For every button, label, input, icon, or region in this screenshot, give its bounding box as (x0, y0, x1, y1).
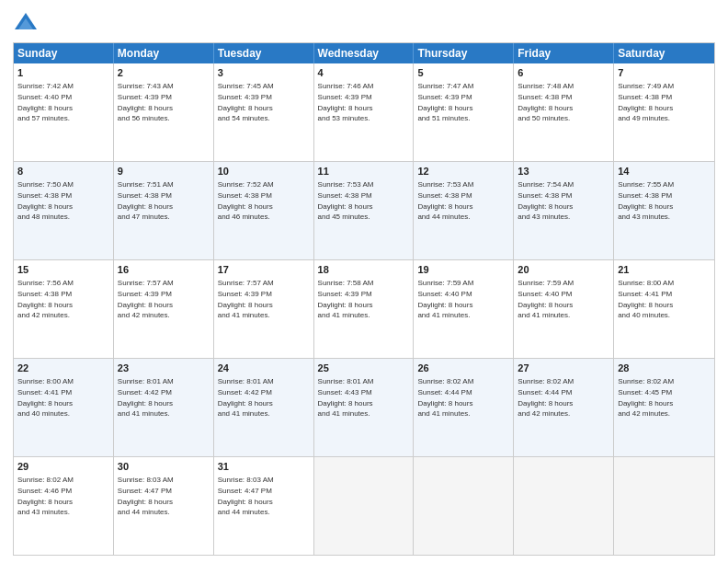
sun-info: Sunrise: 7:49 AMSunset: 4:38 PMDaylight:… (618, 81, 711, 123)
sun-info: Sunrise: 8:02 AMSunset: 4:46 PMDaylight:… (17, 475, 109, 517)
day-number: 6 (518, 66, 609, 80)
sun-info: Sunrise: 7:56 AMSunset: 4:38 PMDaylight:… (17, 278, 109, 320)
day-cell-29: 29Sunrise: 8:02 AMSunset: 4:46 PMDayligh… (14, 457, 114, 555)
sun-info: Sunrise: 8:02 AMSunset: 4:44 PMDaylight:… (518, 376, 609, 419)
day-cell-14: 14Sunrise: 7:55 AMSunset: 4:38 PMDayligh… (614, 162, 714, 259)
day-number: 5 (417, 66, 509, 80)
day-cell-12: 12Sunrise: 7:53 AMSunset: 4:38 PMDayligh… (414, 162, 514, 259)
sun-info: Sunrise: 7:48 AMSunset: 4:38 PMDaylight:… (518, 81, 609, 123)
empty-cell (414, 457, 514, 555)
sun-info: Sunrise: 8:01 AMSunset: 4:42 PMDaylight:… (118, 376, 210, 419)
sun-info: Sunrise: 8:02 AMSunset: 4:44 PMDaylight:… (417, 376, 509, 419)
sun-info: Sunrise: 8:02 AMSunset: 4:45 PMDaylight:… (618, 376, 711, 419)
day-number: 28 (618, 362, 711, 375)
empty-cell (514, 457, 614, 555)
day-number: 27 (518, 362, 609, 375)
day-cell-3: 3Sunrise: 7:45 AMSunset: 4:39 PMDaylight… (214, 63, 314, 161)
day-number: 31 (218, 460, 310, 474)
sun-info: Sunrise: 7:51 AMSunset: 4:38 PMDaylight:… (118, 179, 210, 222)
calendar: SundayMondayTuesdayWednesdayThursdayFrid… (13, 42, 715, 556)
day-cell-19: 19Sunrise: 7:59 AMSunset: 4:40 PMDayligh… (414, 260, 514, 358)
sun-info: Sunrise: 7:57 AMSunset: 4:39 PMDaylight:… (118, 278, 210, 320)
day-number: 30 (118, 460, 210, 474)
empty-cell (614, 457, 714, 555)
day-cell-30: 30Sunrise: 8:03 AMSunset: 4:47 PMDayligh… (114, 457, 214, 555)
sun-info: Sunrise: 7:47 AMSunset: 4:39 PMDaylight:… (417, 81, 509, 123)
day-cell-20: 20Sunrise: 7:59 AMSunset: 4:40 PMDayligh… (514, 260, 614, 358)
day-number: 4 (318, 66, 410, 80)
day-cell-5: 5Sunrise: 7:47 AMSunset: 4:39 PMDaylight… (414, 63, 514, 161)
day-cell-23: 23Sunrise: 8:01 AMSunset: 4:42 PMDayligh… (114, 359, 214, 456)
day-cell-24: 24Sunrise: 8:01 AMSunset: 4:42 PMDayligh… (214, 359, 314, 456)
empty-cell (314, 457, 415, 555)
day-number: 10 (218, 165, 310, 178)
sun-info: Sunrise: 7:53 AMSunset: 4:38 PMDaylight:… (318, 179, 410, 222)
day-cell-22: 22Sunrise: 8:00 AMSunset: 4:41 PMDayligh… (14, 359, 114, 456)
week-row-2: 8Sunrise: 7:50 AMSunset: 4:38 PMDaylight… (14, 161, 714, 259)
sun-info: Sunrise: 8:00 AMSunset: 4:41 PMDaylight:… (618, 278, 711, 320)
day-number: 12 (417, 165, 509, 178)
day-cell-7: 7Sunrise: 7:49 AMSunset: 4:38 PMDaylight… (614, 63, 714, 161)
day-cell-15: 15Sunrise: 7:56 AMSunset: 4:38 PMDayligh… (14, 260, 114, 358)
logo (13, 11, 42, 37)
day-number: 1 (17, 66, 109, 80)
sun-info: Sunrise: 7:55 AMSunset: 4:38 PMDaylight:… (618, 179, 711, 222)
cal-header-friday: Friday (514, 43, 614, 63)
cal-header-saturday: Saturday (614, 43, 714, 63)
sun-info: Sunrise: 8:00 AMSunset: 4:41 PMDaylight:… (17, 376, 109, 419)
day-cell-28: 28Sunrise: 8:02 AMSunset: 4:45 PMDayligh… (614, 359, 714, 456)
day-cell-18: 18Sunrise: 7:58 AMSunset: 4:39 PMDayligh… (314, 260, 415, 358)
sun-info: Sunrise: 8:01 AMSunset: 4:42 PMDaylight:… (218, 376, 310, 419)
day-number: 11 (318, 165, 410, 178)
logo-icon (13, 11, 39, 37)
sun-info: Sunrise: 7:59 AMSunset: 4:40 PMDaylight:… (518, 278, 609, 320)
day-number: 17 (218, 263, 310, 277)
day-number: 8 (17, 165, 109, 178)
day-number: 29 (17, 460, 109, 474)
day-number: 15 (17, 263, 109, 277)
day-cell-10: 10Sunrise: 7:52 AMSunset: 4:38 PMDayligh… (214, 162, 314, 259)
calendar-body: 1Sunrise: 7:42 AMSunset: 4:40 PMDaylight… (14, 63, 714, 555)
sun-info: Sunrise: 8:03 AMSunset: 4:47 PMDaylight:… (218, 475, 310, 517)
day-number: 20 (518, 263, 609, 277)
day-cell-4: 4Sunrise: 7:46 AMSunset: 4:39 PMDaylight… (314, 63, 415, 161)
day-cell-2: 2Sunrise: 7:43 AMSunset: 4:39 PMDaylight… (114, 63, 214, 161)
page: SundayMondayTuesdayWednesdayThursdayFrid… (0, 0, 728, 563)
day-number: 3 (218, 66, 310, 80)
day-number: 22 (17, 362, 109, 375)
day-cell-27: 27Sunrise: 8:02 AMSunset: 4:44 PMDayligh… (514, 359, 614, 456)
day-number: 19 (417, 263, 509, 277)
sun-info: Sunrise: 7:43 AMSunset: 4:39 PMDaylight:… (118, 81, 210, 123)
day-number: 24 (218, 362, 310, 375)
sun-info: Sunrise: 7:42 AMSunset: 4:40 PMDaylight:… (17, 81, 109, 123)
calendar-header-row: SundayMondayTuesdayWednesdayThursdayFrid… (14, 43, 714, 63)
cal-header-monday: Monday (114, 43, 214, 63)
week-row-1: 1Sunrise: 7:42 AMSunset: 4:40 PMDaylight… (14, 63, 714, 161)
cal-header-tuesday: Tuesday (214, 43, 314, 63)
day-cell-17: 17Sunrise: 7:57 AMSunset: 4:39 PMDayligh… (214, 260, 314, 358)
sun-info: Sunrise: 7:45 AMSunset: 4:39 PMDaylight:… (218, 81, 310, 123)
day-number: 21 (618, 263, 711, 277)
day-cell-31: 31Sunrise: 8:03 AMSunset: 4:47 PMDayligh… (214, 457, 314, 555)
day-cell-6: 6Sunrise: 7:48 AMSunset: 4:38 PMDaylight… (514, 63, 614, 161)
day-cell-9: 9Sunrise: 7:51 AMSunset: 4:38 PMDaylight… (114, 162, 214, 259)
day-cell-21: 21Sunrise: 8:00 AMSunset: 4:41 PMDayligh… (614, 260, 714, 358)
sun-info: Sunrise: 8:03 AMSunset: 4:47 PMDaylight:… (118, 475, 210, 517)
sun-info: Sunrise: 7:52 AMSunset: 4:38 PMDaylight:… (218, 179, 310, 222)
day-cell-26: 26Sunrise: 8:02 AMSunset: 4:44 PMDayligh… (414, 359, 514, 456)
sun-info: Sunrise: 7:54 AMSunset: 4:38 PMDaylight:… (518, 179, 609, 222)
sun-info: Sunrise: 8:01 AMSunset: 4:43 PMDaylight:… (318, 376, 410, 419)
week-row-3: 15Sunrise: 7:56 AMSunset: 4:38 PMDayligh… (14, 259, 714, 358)
sun-info: Sunrise: 7:57 AMSunset: 4:39 PMDaylight:… (218, 278, 310, 320)
day-number: 25 (318, 362, 410, 375)
day-cell-13: 13Sunrise: 7:54 AMSunset: 4:38 PMDayligh… (514, 162, 614, 259)
day-cell-1: 1Sunrise: 7:42 AMSunset: 4:40 PMDaylight… (14, 63, 114, 161)
day-number: 13 (518, 165, 609, 178)
week-row-4: 22Sunrise: 8:00 AMSunset: 4:41 PMDayligh… (14, 358, 714, 456)
day-number: 2 (118, 66, 210, 80)
day-cell-11: 11Sunrise: 7:53 AMSunset: 4:38 PMDayligh… (314, 162, 415, 259)
sun-info: Sunrise: 7:46 AMSunset: 4:39 PMDaylight:… (318, 81, 410, 123)
cal-header-wednesday: Wednesday (314, 43, 415, 63)
header (13, 11, 715, 37)
day-cell-8: 8Sunrise: 7:50 AMSunset: 4:38 PMDaylight… (14, 162, 114, 259)
